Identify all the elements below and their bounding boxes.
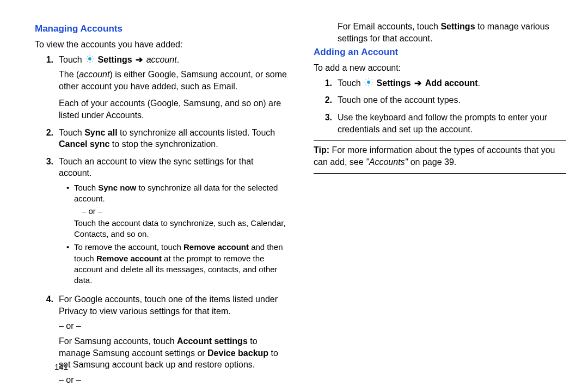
step-body: Touch Sync all to synchronize all accoun… — [59, 127, 287, 150]
arrow-icon: ➔ — [134, 55, 144, 64]
intro-managing: To view the accounts you have added: — [35, 39, 287, 51]
step-number: 1. — [314, 77, 338, 89]
svg-point-0 — [88, 57, 91, 60]
step-1: 1. Touch Settings ➔ account. The (ac — [35, 54, 287, 121]
step-body: Touch an account to view the sync settin… — [59, 156, 287, 288]
settings-gear-icon — [84, 53, 95, 64]
step-2: 2. Touch Sync all to synchronize all acc… — [35, 127, 287, 150]
divider — [314, 140, 566, 141]
step-number: 2. — [35, 127, 59, 150]
step-number: 3. — [35, 156, 59, 288]
step-2: 2. Touch one of the account types. — [314, 94, 566, 106]
settings-label: Settings — [98, 55, 132, 64]
bullet: • Touch Sync now to synchronize all data… — [66, 182, 287, 240]
text: Touch — [59, 55, 84, 64]
bullet-dot-icon: • — [66, 182, 74, 240]
bullet-dot-icon: • — [66, 242, 74, 286]
step-body: Touch Settings ➔ account. The (account) … — [59, 54, 287, 121]
step-number: 2. — [314, 94, 338, 106]
step-3: 3. Touch an account to view the sync set… — [35, 156, 287, 288]
intro-adding: To add a new account: — [314, 62, 566, 74]
svg-point-1 — [367, 81, 370, 84]
or-separator: – or – — [59, 375, 81, 384]
manual-page: Managing Accounts To view the accounts y… — [0, 0, 588, 392]
adding-account-section: Adding an Account To add a new account: … — [314, 46, 566, 174]
period: . — [177, 55, 179, 64]
step-3: 3. Use the keyboard and follow the promp… — [314, 112, 566, 135]
step-body: Use the keyboard and follow the prompts … — [338, 112, 566, 135]
step-number: 3. — [314, 112, 338, 135]
desc2: Each of your accounts (Google, Samsung, … — [59, 99, 281, 120]
page-number: 141 — [54, 362, 68, 372]
heading-adding-account: Adding an Account — [314, 46, 566, 59]
settings-gear-icon — [363, 77, 374, 88]
account-word: account — [146, 55, 177, 64]
desc: The (account) is either Google, Samsung … — [59, 70, 287, 91]
or-separator: – or – — [59, 321, 81, 330]
adding-steps: 1. Touch Settings ➔ Add account. — [314, 77, 566, 136]
step-number: 1. — [35, 54, 59, 121]
tip-text: Tip: For more information about the type… — [314, 144, 566, 168]
step-1: 1. Touch Settings ➔ Add account. — [314, 77, 566, 89]
step-body: Touch Settings ➔ Add account. — [338, 77, 566, 89]
heading-managing-accounts: Managing Accounts — [35, 23, 287, 35]
step-body: Touch one of the account types. — [338, 94, 566, 106]
sub-bullets: • Touch Sync now to synchronize all data… — [66, 182, 287, 286]
divider — [314, 173, 566, 174]
or-separator: – or – — [82, 206, 287, 217]
bullet: • To remove the account, touch Remove ac… — [66, 242, 287, 286]
arrow-icon: ➔ — [413, 78, 422, 88]
